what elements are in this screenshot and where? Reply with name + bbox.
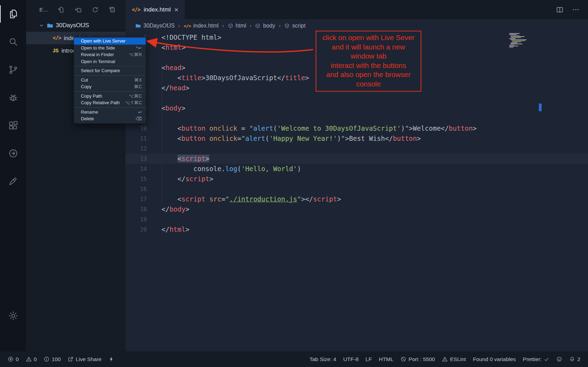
code-token: > — [209, 175, 213, 183]
status-prettier[interactable]: Prettier: — [519, 351, 553, 367]
activity-item-run-debug[interactable] — [0, 84, 26, 112]
minimap-line — [512, 41, 521, 42]
line-content: <script> — [147, 154, 209, 164]
annotation-text: interact with the buttons — [318, 61, 419, 70]
code-line-11[interactable]: 11 <button onclick="alert('Happy New Yea… — [126, 133, 588, 144]
code-line-14[interactable]: 14 console.log('Hello, World') — [126, 164, 588, 174]
status-tab-size[interactable]: Tab Size: 4 — [306, 351, 340, 367]
status-live-share[interactable]: Live Share — [64, 351, 105, 367]
code-line-10[interactable]: 10 <button onclick = "alert('Welcome to … — [126, 123, 588, 133]
status-quick-action[interactable] — [105, 351, 118, 367]
annotation-box: click on open with Live Severand it will… — [316, 31, 421, 92]
breadcrumb-item-30daysofjs[interactable]: 30DaysOfJS — [135, 23, 175, 29]
minimap-line — [509, 33, 520, 34]
line-number: 19 — [126, 214, 147, 224]
line-number: 16 — [126, 184, 147, 194]
status-port[interactable]: Port : 5500 — [397, 351, 438, 367]
code-token — [205, 135, 209, 142]
code-line-12[interactable]: 12 — [126, 144, 588, 154]
menu-item-delete[interactable]: Delete⌫ — [74, 115, 146, 122]
menu-item-copy-path[interactable]: Copy Path⌥⌘C — [74, 93, 146, 100]
status-label: Prettier: — [523, 356, 542, 362]
status-warnings[interactable]: 0 — [22, 351, 40, 367]
status-eol[interactable]: LF — [362, 351, 375, 367]
code-token: > — [337, 195, 341, 203]
menu-item-reveal-in-finder[interactable]: Reveal in Finder⌥⌘R — [74, 51, 146, 58]
code-token: button — [181, 124, 205, 132]
menu-item-open-to-the-side[interactable]: Open to the Side^↵ — [74, 45, 146, 52]
code-line-8[interactable]: 8<body> — [126, 103, 588, 113]
more-actions-button[interactable]: ··· — [573, 6, 580, 13]
activity-item-extensions[interactable] — [0, 112, 26, 139]
breadcrumb-label: body — [263, 23, 275, 29]
menu-item-copy-relative-path[interactable]: Copy Relative Path⌥⇧⌘C — [74, 99, 146, 106]
code-line-13[interactable]: 13 <script> — [126, 154, 588, 164]
code-line-16[interactable]: 16 — [126, 184, 588, 194]
port-icon — [400, 356, 406, 362]
split-editor-button[interactable] — [556, 6, 564, 14]
new-folder-button[interactable] — [75, 6, 82, 13]
status-variables[interactable]: Found 0 variables — [469, 351, 519, 367]
code-line-7[interactable]: 7 — [126, 93, 588, 103]
activity-item-live-share[interactable] — [0, 139, 26, 167]
line-content: <title>30DaysOfJavaScript</title> — [147, 73, 309, 83]
status-feedback[interactable] — [553, 351, 566, 367]
code-token: ) — [337, 135, 341, 142]
status-language-mode[interactable]: HTML — [375, 351, 397, 367]
code-token: button — [181, 135, 205, 142]
menu-shortcut: ⌥⌘R — [129, 52, 142, 57]
status-label: HTML — [379, 356, 393, 362]
code-line-9[interactable]: 9 — [126, 113, 588, 123]
menu-item-open-with-live-server[interactable]: Open with Live Server — [74, 38, 146, 45]
code-line-20[interactable]: 20</html> — [126, 224, 588, 235]
status-encoding[interactable]: UTF-8 — [340, 351, 362, 367]
activity-item-source-control[interactable] — [0, 56, 26, 84]
code-token: alert — [253, 124, 273, 132]
code-token: > — [417, 135, 421, 142]
collapse-folders-button[interactable] — [109, 6, 116, 13]
breadcrumb-item-script[interactable]: script — [284, 23, 306, 29]
status-notifications[interactable]: 2 — [566, 351, 584, 367]
line-number: 17 — [126, 194, 147, 204]
status-errors[interactable]: 0 — [4, 351, 22, 367]
menu-item-copy[interactable]: Copy⌘C — [74, 83, 146, 90]
menu-item-rename[interactable]: Rename↩ — [74, 109, 146, 116]
scrollbar-marker[interactable] — [539, 104, 542, 111]
close-icon[interactable]: × — [174, 6, 179, 13]
menu-shortcut: ⌥⌘C — [129, 93, 142, 99]
minimap[interactable] — [508, 33, 538, 48]
code-token: script — [186, 175, 210, 183]
tree-folder-30daysofjs[interactable]: 30DaysOfJS — [26, 19, 126, 32]
code-line-19[interactable]: 19 — [126, 214, 588, 224]
debug-icon — [8, 92, 18, 103]
activity-item-explorer[interactable] — [0, 0, 26, 28]
refresh-explorer-button[interactable] — [92, 6, 99, 13]
tab-index-html[interactable]: </>index.html× — [126, 0, 185, 19]
minimap-line — [512, 40, 525, 41]
activity-item-editing-tool[interactable] — [0, 167, 26, 195]
breadcrumb-item-html[interactable]: html — [228, 23, 246, 29]
extensions-icon — [8, 120, 18, 131]
menu-item-open-in-terminal[interactable]: Open in Terminal — [74, 58, 146, 65]
breadcrumb-item-index-html[interactable]: </>index.html — [183, 23, 218, 29]
activity-item-search[interactable] — [0, 28, 26, 56]
line-content — [147, 144, 161, 154]
menu-item-select-for-compare[interactable]: Select for Compare — [74, 67, 146, 74]
activity-item-settings[interactable] — [0, 302, 26, 330]
code-token: > — [181, 64, 185, 71]
new-file-button[interactable] — [58, 6, 65, 13]
status-eslint[interactable]: ESLint — [438, 351, 469, 367]
code-token: > — [186, 84, 189, 92]
code-line-17[interactable]: 17 <script src="./introduction.js"></scr… — [126, 194, 588, 204]
code-line-15[interactable]: 15 </script> — [126, 174, 588, 184]
share-icon — [68, 356, 74, 362]
status-info[interactable]: 100 — [40, 351, 64, 367]
status-right: Tab Size: 4UTF-8LFHTMLPort : 5500ESLintF… — [306, 351, 584, 367]
code-line-18[interactable]: 18</body> — [126, 204, 588, 214]
new-folder-icon — [75, 6, 82, 13]
breadcrumb-item-body[interactable]: body — [255, 23, 275, 29]
source-control-icon — [8, 64, 18, 75]
tab-bar: </>index.html× ··· — [126, 0, 588, 19]
symbol-cube-icon — [255, 23, 261, 29]
menu-item-cut[interactable]: Cut⌘X — [74, 77, 146, 84]
